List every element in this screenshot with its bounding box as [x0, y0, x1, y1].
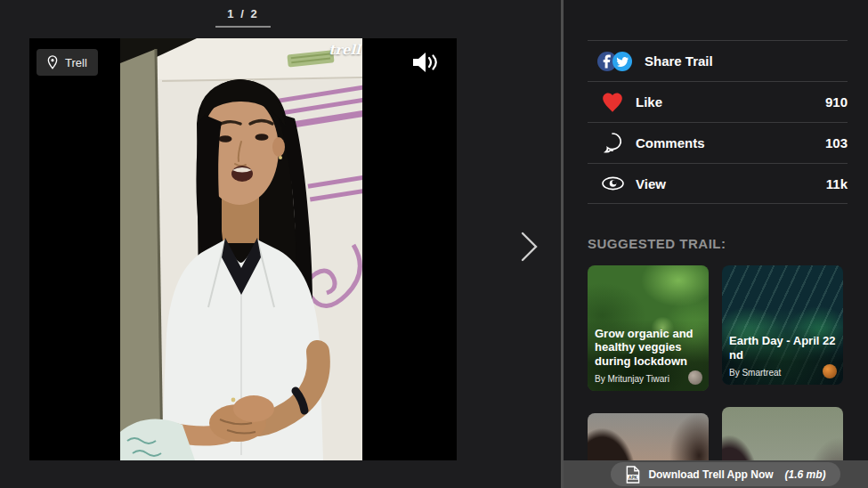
comment-bubble-icon — [600, 132, 625, 154]
download-app-button[interactable]: APK Download Trell App Now(1.6 mb) — [611, 462, 840, 486]
share-trail-row[interactable]: Share Trail — [588, 40, 848, 81]
location-badge[interactable]: Trell — [37, 49, 98, 76]
card-author: By Mritunjay Tiwari — [595, 374, 702, 384]
share-icons — [596, 51, 634, 72]
svg-text:APK: APK — [629, 475, 638, 479]
engagement-sidebar: Share Trail Like 910 Comments 103 — [564, 0, 868, 488]
share-trail-label: Share Trail — [645, 53, 848, 69]
card-column-right: Earth Day - April 22 nd By Smartreat — [722, 265, 843, 488]
card-author: By Smartreat — [729, 368, 836, 378]
location-pin-icon — [47, 55, 58, 69]
suggested-card-earth-day[interactable]: Earth Day - April 22 nd By Smartreat — [722, 265, 843, 385]
chevron-right-icon — [519, 231, 540, 263]
like-label: Like — [636, 94, 825, 110]
view-count: 11k — [826, 176, 848, 191]
download-app-bar: APK Download Trell App Now(1.6 mb) — [564, 460, 868, 488]
trell-watermark: trell — [329, 42, 361, 58]
video-content — [120, 38, 362, 460]
like-count: 910 — [825, 94, 848, 110]
heart-icon — [600, 92, 625, 113]
avatar — [688, 370, 702, 385]
card-column-left: Grow organic and healthy veggies during … — [588, 265, 709, 488]
comments-label: Comments — [636, 135, 825, 150]
download-label: Download Trell App Now — [648, 468, 773, 481]
comments-row[interactable]: Comments 103 — [588, 122, 848, 163]
card-title: Grow organic and healthy veggies during … — [595, 327, 702, 368]
view-row[interactable]: View 11k — [588, 163, 848, 204]
main-video-area: 1 / 2 — [0, 0, 564, 488]
next-slide-button[interactable] — [519, 231, 540, 263]
download-size: (1.6 mb) — [785, 468, 826, 481]
video-player[interactable]: Trell trell — [29, 38, 457, 460]
suggested-cards: Grow organic and healthy veggies during … — [588, 265, 848, 488]
stats-rows: Share Trail Like 910 Comments 103 — [588, 40, 848, 204]
video-scene-illustration — [120, 38, 362, 460]
speaker-sound-on-icon — [410, 51, 439, 74]
suggested-trail-heading: SUGGESTED TRAIL: — [588, 236, 848, 251]
slide-pager: 1 / 2 — [29, 7, 457, 28]
view-label: View — [636, 176, 826, 191]
like-row[interactable]: Like 910 — [588, 81, 848, 122]
pager-underline — [215, 26, 271, 28]
twitter-icon[interactable] — [612, 52, 632, 71]
volume-button[interactable] — [410, 51, 439, 74]
comments-count: 103 — [825, 135, 848, 150]
avatar — [823, 364, 837, 378]
eye-icon — [600, 175, 625, 192]
pager-count: 1 / 2 — [29, 7, 457, 20]
suggested-card-veggies[interactable]: Grow organic and healthy veggies during … — [588, 265, 709, 391]
location-badge-label: Trell — [65, 56, 87, 69]
card-title: Earth Day - April 22 nd — [729, 334, 836, 362]
apk-file-icon: APK — [625, 466, 640, 484]
